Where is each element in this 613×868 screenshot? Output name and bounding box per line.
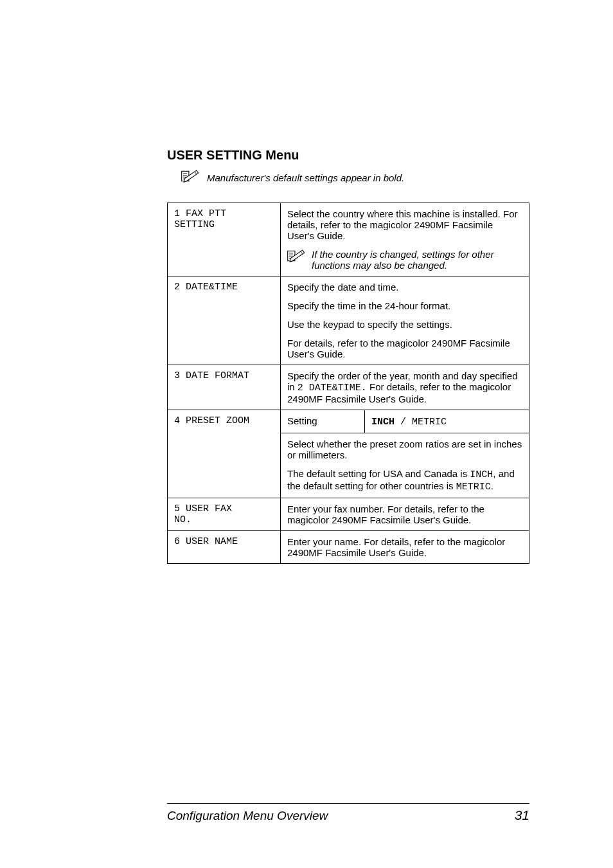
mono-text: INCH <box>470 469 493 480</box>
table-row: 6 USER NAME Enter your name. For details… <box>168 531 529 564</box>
table-row: 4 PRESET ZOOM Setting INCH / METRIC <box>168 410 529 433</box>
setting-desc: Specify the date and time. Specify the t… <box>281 276 529 365</box>
setting-key: 3 DATE FORMAT <box>168 365 281 410</box>
setting-key: 5 USER FAX NO. <box>168 498 281 531</box>
desc-para: The default setting for USA and Canada i… <box>287 468 522 493</box>
note-line2: functions may also be changed. <box>312 260 494 271</box>
option-bold: INCH <box>371 417 395 428</box>
note-icon <box>287 249 305 263</box>
note-icon <box>181 169 199 183</box>
desc-para: Select the country where this machine is… <box>287 208 522 241</box>
desc-text: The default setting for USA and Canada i… <box>287 468 470 479</box>
section-title: USER SETTING Menu <box>167 148 529 163</box>
setting-desc: Specify the order of the year, month and… <box>281 365 529 410</box>
page: USER SETTING Menu Manufacturer's default… <box>0 0 613 868</box>
desc-para: Specify the time in the 24-hour format. <box>287 300 522 311</box>
setting-label: Setting <box>281 410 365 433</box>
setting-key: 4 PRESET ZOOM <box>168 410 281 498</box>
desc-para: Use the keypad to specify the settings. <box>287 319 522 330</box>
footer-title: Configuration Menu Overview <box>167 809 328 823</box>
setting-desc: Select whether the preset zoom ratios ar… <box>281 433 529 498</box>
setting-desc: Select the country where this machine is… <box>281 203 529 276</box>
setting-desc: Enter your fax number. For details, refe… <box>281 498 529 531</box>
table-row: 2 DATE&TIME Specify the date and time. S… <box>168 276 529 365</box>
setting-desc: Enter your name. For details, refer to t… <box>281 531 529 564</box>
setting-options: INCH / METRIC <box>365 410 529 433</box>
inline-note-text: If the country is changed, settings for … <box>312 249 494 271</box>
setting-key: 2 DATE&TIME <box>168 276 281 365</box>
option: METRIC <box>412 417 447 428</box>
page-footer: Configuration Menu Overview 31 <box>167 803 529 823</box>
mono-text: METRIC <box>456 482 491 493</box>
mono-text: 2 DATE&TIME. <box>298 383 367 393</box>
top-note: Manufacturer's default settings appear i… <box>181 169 529 183</box>
desc-text: . <box>491 480 493 491</box>
table-row: 1 FAX PTT SETTING Select the country whe… <box>168 203 529 276</box>
desc-para: Select whether the preset zoom ratios ar… <box>287 439 522 460</box>
settings-table: 1 FAX PTT SETTING Select the country whe… <box>167 203 529 564</box>
desc-para: Specify the date and time. <box>287 282 522 293</box>
inline-note: If the country is changed, settings for … <box>287 249 522 271</box>
setting-key: 1 FAX PTT SETTING <box>168 203 281 276</box>
footer-page-number: 31 <box>515 808 529 823</box>
option-sep: / <box>395 417 412 428</box>
top-note-text: Manufacturer's default settings appear i… <box>207 172 404 183</box>
table-row: 5 USER FAX NO. Enter your fax number. Fo… <box>168 498 529 531</box>
note-line1: If the country is changed, settings for … <box>312 249 494 260</box>
setting-key: 6 USER NAME <box>168 531 281 564</box>
footer-rule <box>167 803 529 804</box>
desc-para: For details, refer to the magicolor 2490… <box>287 338 522 359</box>
table-row: 3 DATE FORMAT Specify the order of the y… <box>168 365 529 410</box>
